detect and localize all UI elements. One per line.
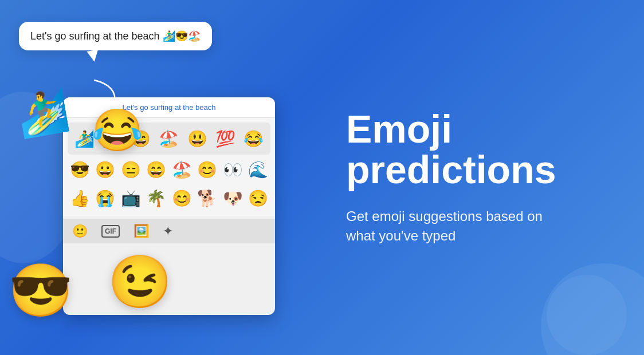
floating-laughing-emoji: 😂 <box>92 106 143 155</box>
toolbar-emoji-button[interactable]: 🙂 <box>72 224 88 239</box>
emoji-wave[interactable]: 🌊 <box>246 156 271 183</box>
emoji-neutral[interactable]: 😑 <box>119 156 143 183</box>
emoji-crying[interactable]: 😭 <box>93 184 118 212</box>
emoji-laugh[interactable]: 😂 <box>240 125 267 152</box>
floating-wink-emoji: 😉 <box>108 252 172 312</box>
emoji-beach[interactable]: 🏖️ <box>155 125 182 152</box>
emoji-smile[interactable]: 😃 <box>184 125 211 152</box>
emoji-row-2: 😎 😀 😑 😄 🏖️ 😊 👀 🌊 <box>68 156 270 183</box>
speech-bubble: Let's go surfing at the beach 🏄‍♂️😎🏖️ <box>19 22 212 50</box>
emoji-thumbsup[interactable]: 👍 <box>68 184 92 212</box>
emoji-happy[interactable]: 😊 <box>170 184 194 212</box>
emoji-blush[interactable]: 😊 <box>195 156 220 183</box>
floating-cool-emoji: 😎 <box>9 261 73 321</box>
speech-bubble-text: Let's go surfing at the beach 🏄‍♂️😎🏖️ <box>30 30 201 42</box>
emoji-dog2[interactable]: 🐶 <box>221 184 245 212</box>
emoji-bigsmile[interactable]: 😀 <box>93 156 118 183</box>
main-title: Emoji predictions <box>346 109 610 191</box>
title-line1: Emoji <box>346 107 452 151</box>
left-panel: Let's go surfing at the beach 🏄‍♂️😎🏖️ 🏄‍… <box>0 0 321 355</box>
emoji-palm[interactable]: 🌴 <box>144 184 169 212</box>
curved-arrow <box>83 74 129 109</box>
emoji-tv[interactable]: 📺 <box>119 184 143 212</box>
title-line2: predictions <box>346 148 556 191</box>
emoji-100[interactable]: 💯 <box>212 125 239 152</box>
emoji-grin2[interactable]: 😄 <box>144 156 169 183</box>
emoji-cool[interactable]: 😎 <box>68 156 92 183</box>
keyboard-toolbar: 🙂 GIF 🖼️ ✦ <box>63 219 275 243</box>
emoji-unamused[interactable]: 😒 <box>246 184 271 212</box>
emoji-row-3: 👍 😭 📺 🌴 😊 🐕 🐶 😒 <box>68 184 270 212</box>
emoji-dog1[interactable]: 🐕 <box>195 184 220 212</box>
emoji-beach2[interactable]: 🏖️ <box>170 156 194 183</box>
toolbar-sparkle-button[interactable]: ✦ <box>163 224 173 239</box>
subtitle-text: Get emoji suggestions based on what you'… <box>346 207 564 247</box>
emoji-eyes[interactable]: 👀 <box>221 156 245 183</box>
right-panel: Emoji predictions Get emoji suggestions … <box>323 0 644 355</box>
surfer-emoji-large: 🏄‍♂️ <box>13 85 72 141</box>
toolbar-gif-button[interactable]: GIF <box>101 225 120 238</box>
toolbar-sticker-button[interactable]: 🖼️ <box>133 224 149 239</box>
